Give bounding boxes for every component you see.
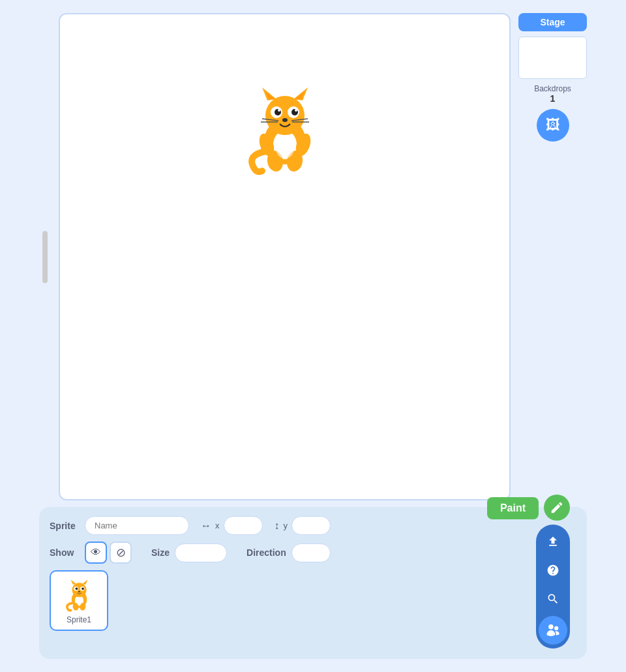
size-input[interactable] [175, 543, 227, 562]
cat-sprite [243, 80, 327, 177]
scrollbar[interactable] [42, 231, 48, 283]
y-label: y [284, 521, 288, 530]
bottom-panel: Sprite ↔ x ↕ y Show 👁 ⊘ Size Direc [39, 507, 587, 659]
svg-marker-26 [70, 579, 76, 584]
direction-group: Direction [246, 543, 331, 562]
stage-canvas [59, 13, 511, 500]
backdrops-label: Backdrops [518, 84, 587, 93]
add-backdrop-button[interactable]: 🖼 [537, 109, 569, 142]
list-item[interactable]: Sprite1 [50, 570, 108, 631]
y-coord-group: ↕ y [275, 516, 331, 535]
upload-sprite-button[interactable] [540, 528, 566, 555]
show-visible-button[interactable]: 👁 [85, 542, 107, 564]
add-sprite-button[interactable] [539, 616, 567, 645]
surprise-button[interactable] [540, 557, 566, 583]
sprite-thumbnail [61, 577, 97, 613]
sprite-name-label: Sprite1 [67, 615, 91, 624]
menu-pill [536, 525, 570, 649]
svg-point-9 [278, 109, 280, 112]
direction-label: Direction [246, 547, 286, 558]
eye-icon: 👁 [91, 547, 101, 558]
direction-input[interactable] [291, 543, 331, 562]
photo-icon: 🖼 [546, 117, 560, 134]
search-sprite-button[interactable] [540, 586, 566, 612]
svg-point-12 [295, 109, 297, 112]
show-hidden-button[interactable]: ⊘ [110, 542, 132, 564]
add-sprite-menu: Paint [487, 495, 570, 649]
svg-point-2 [265, 96, 305, 135]
stage-button[interactable]: Stage [518, 13, 587, 31]
svg-point-29 [75, 588, 78, 590]
eye-slash-icon: ⊘ [116, 545, 126, 560]
y-input[interactable] [291, 516, 331, 535]
right-panel: Stage Backdrops 1 🖼 [518, 13, 587, 500]
stage-thumbnail [518, 37, 587, 79]
size-label: Size [151, 547, 170, 558]
sprite-list-area: Sprite1 Paint [50, 570, 576, 649]
svg-point-13 [282, 118, 288, 122]
svg-point-31 [82, 588, 84, 590]
stage-info: Backdrops 1 [518, 84, 587, 104]
svg-marker-27 [82, 579, 87, 584]
svg-point-22 [276, 138, 294, 159]
svg-point-25 [72, 583, 86, 597]
x-input[interactable] [224, 516, 263, 535]
sprite-label: Sprite [50, 521, 78, 531]
show-label: Show [50, 547, 78, 558]
sprite-name-input[interactable] [85, 516, 189, 535]
size-group: Size [151, 543, 227, 562]
x-label: x [215, 521, 220, 530]
y-arrows-icon: ↕ [275, 520, 280, 532]
paint-button[interactable] [544, 495, 570, 521]
svg-point-32 [78, 591, 80, 592]
backdrops-count: 1 [518, 93, 587, 104]
left-sidebar [39, 13, 51, 500]
paint-tooltip[interactable]: Paint [487, 497, 539, 519]
show-buttons: 👁 ⊘ [85, 542, 132, 564]
x-arrows-icon: ↔ [201, 520, 211, 532]
x-coord-group: ↔ x [201, 516, 263, 535]
